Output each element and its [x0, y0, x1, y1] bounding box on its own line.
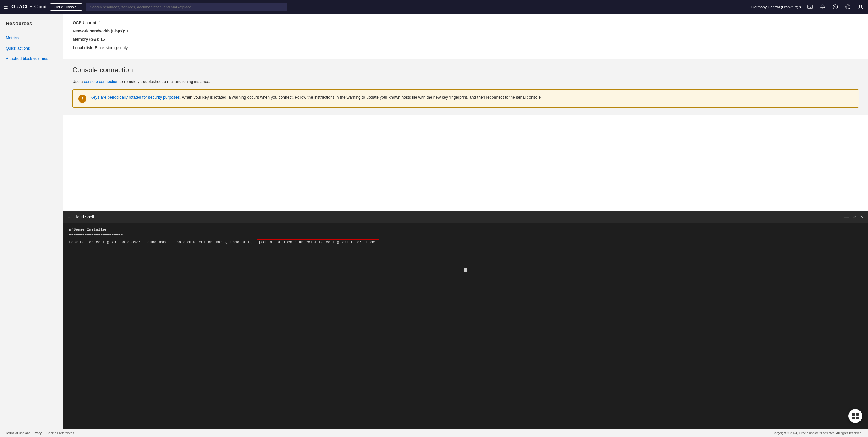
terminal-cursor-row — [69, 268, 862, 272]
bottom-bar: Terms of Use and Privacy Cookie Preferen… — [0, 429, 868, 437]
region-label: Germany Central (Frankfurt) — [751, 5, 798, 9]
terminal-error-highlight: [Could not locate an existing config.xml… — [257, 240, 378, 245]
svg-point-8 — [859, 5, 862, 7]
terminal-separator-line: ======================== — [69, 233, 862, 237]
terminal-output-line: Looking for config.xml on da0s3: [found … — [69, 240, 862, 245]
terminal-title-line: pfSense Installer — [69, 227, 862, 232]
oracle-logo-text: ORACLE — [11, 4, 33, 9]
warning-link[interactable]: Keys are periodically rotated for securi… — [91, 95, 180, 100]
help-dot-3 — [852, 416, 855, 420]
cloud-shell-title: Cloud Shell — [73, 215, 94, 219]
code-editor-icon[interactable] — [806, 3, 814, 11]
notifications-icon[interactable] — [818, 3, 827, 11]
copyright-text: Copyright © 2024, Oracle and/or its affi… — [773, 431, 862, 435]
info-row-ocpu: OCPU count: 1 — [73, 20, 859, 26]
sidebar: Resources Metrics Quick actions Attached… — [0, 14, 63, 429]
memory-value-text: 16 — [100, 37, 105, 42]
region-selector[interactable]: Germany Central (Frankfurt) ▾ — [751, 5, 801, 9]
instance-info-box: OCPU count: 1 Network bandwidth (Gbps): … — [63, 14, 868, 59]
warning-box: ! Keys are periodically rotated for secu… — [72, 89, 859, 108]
info-row-network: Network bandwidth (Gbps): 1 — [73, 28, 859, 34]
sidebar-item-quick-actions[interactable]: Quick actions — [0, 43, 63, 54]
info-row-memory: Memory (GB): 16 — [73, 36, 859, 42]
cloud-classic-button[interactable]: Cloud Classic › — [50, 3, 83, 11]
cloud-logo-text: Cloud — [34, 4, 46, 9]
svg-rect-0 — [808, 5, 812, 9]
topnav-right-controls: Germany Central (Frankfurt) ▾ ? — [751, 3, 865, 11]
disk-value-text: Block storage only — [95, 45, 127, 50]
cloud-shell-close-icon[interactable]: ✕ — [860, 214, 863, 220]
search-input[interactable] — [86, 3, 287, 11]
region-chevron-icon: ▾ — [799, 5, 801, 9]
svg-text:?: ? — [834, 5, 836, 9]
user-avatar[interactable] — [857, 3, 865, 11]
help-icon[interactable]: ? — [831, 3, 839, 11]
memory-label: Memory (GB): — [73, 37, 99, 42]
top-navigation: ☰ ORACLE Cloud Cloud Classic › Germany C… — [0, 0, 868, 14]
cloud-shell-maximize-icon[interactable]: ⤢ — [852, 214, 856, 220]
sidebar-item-metrics[interactable]: Metrics — [0, 33, 63, 43]
ocpu-value-text: 1 — [99, 21, 101, 25]
cloud-shell-help-button[interactable] — [848, 409, 862, 423]
terminal-cursor — [464, 268, 467, 272]
content-area: OCPU count: 1 Network bandwidth (Gbps): … — [63, 14, 868, 429]
warning-body: . When your key is rotated, a warning oc… — [180, 95, 542, 100]
help-dot-4 — [856, 416, 859, 420]
terminal[interactable]: pfSense Installer ======================… — [63, 223, 868, 429]
terms-link[interactable]: Terms of Use and Privacy — [6, 431, 42, 435]
terminal-output-start: Looking for config.xml on da0s3: [found … — [69, 240, 255, 244]
console-desc-text-start: Use a — [72, 79, 84, 84]
content-scroll: OCPU count: 1 Network bandwidth (Gbps): … — [63, 14, 868, 211]
network-label: Network bandwidth (Gbps): — [73, 29, 125, 33]
cookie-preferences-link[interactable]: Cookie Preferences — [46, 431, 74, 435]
main-layout: Resources Metrics Quick actions Attached… — [0, 14, 868, 429]
cloud-shell-minimize-icon[interactable]: — — [844, 215, 849, 220]
cloud-shell-controls: — ⤢ ✕ — [844, 214, 863, 220]
console-title: Console connection — [72, 66, 859, 74]
network-value-text: 1 — [126, 29, 129, 33]
help-button-grid — [852, 413, 859, 419]
cloud-shell-menu-icon[interactable]: ≡ — [68, 215, 70, 220]
sidebar-item-attached-block-volumes[interactable]: Attached block volumes — [0, 54, 63, 64]
info-row-disk: Local disk: Block storage only — [73, 45, 859, 51]
warning-exclamation: ! — [82, 96, 83, 101]
svg-point-2 — [822, 9, 823, 9]
console-section: Console connection Use a console connect… — [63, 59, 868, 115]
oracle-logo: ORACLE Cloud — [11, 4, 46, 9]
language-icon[interactable] — [844, 3, 852, 11]
console-desc-text-end: to remotely troubleshoot a malfunctionin… — [118, 79, 210, 84]
disk-label: Local disk: — [73, 45, 94, 50]
ocpu-label: OCPU count: — [73, 21, 98, 25]
cloud-shell-bar: ≡ Cloud Shell — ⤢ ✕ — [63, 211, 868, 223]
help-dot-2 — [856, 413, 859, 416]
console-connection-link[interactable]: console connection — [84, 79, 118, 84]
warning-icon: ! — [79, 95, 87, 103]
help-dot-1 — [852, 413, 855, 416]
bottom-bar-links: Terms of Use and Privacy Cookie Preferen… — [6, 431, 74, 435]
sidebar-title: Resources — [0, 21, 63, 30]
cloud-classic-label: Cloud Classic — [54, 5, 76, 9]
console-description: Use a console connection to remotely tro… — [72, 79, 859, 85]
cloud-classic-arrow: › — [78, 5, 79, 9]
nav-hamburger-icon[interactable]: ☰ — [3, 4, 8, 10]
warning-text: Keys are periodically rotated for securi… — [91, 94, 542, 100]
